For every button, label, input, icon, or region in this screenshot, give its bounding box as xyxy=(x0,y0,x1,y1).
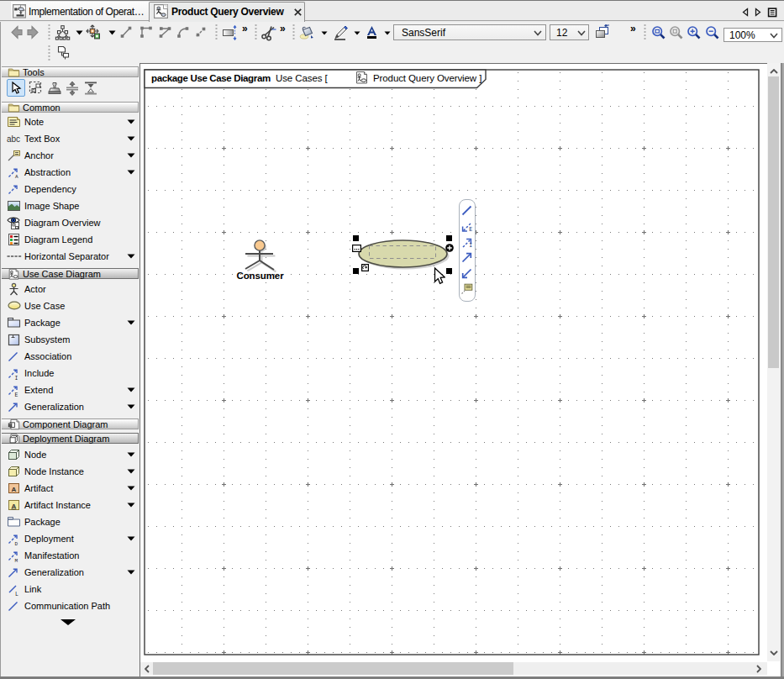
svg-text:A: A xyxy=(12,503,17,510)
svg-text:E: E xyxy=(469,227,472,233)
svg-text:A: A xyxy=(15,174,18,179)
svg-text:E: E xyxy=(15,392,18,397)
svg-text:L: L xyxy=(15,592,18,597)
svg-text:I: I xyxy=(469,243,472,249)
svg-text:A: A xyxy=(12,486,17,493)
svg-text:D: D xyxy=(15,541,18,546)
svg-text:I: I xyxy=(15,376,18,381)
svg-text:M: M xyxy=(15,558,18,563)
